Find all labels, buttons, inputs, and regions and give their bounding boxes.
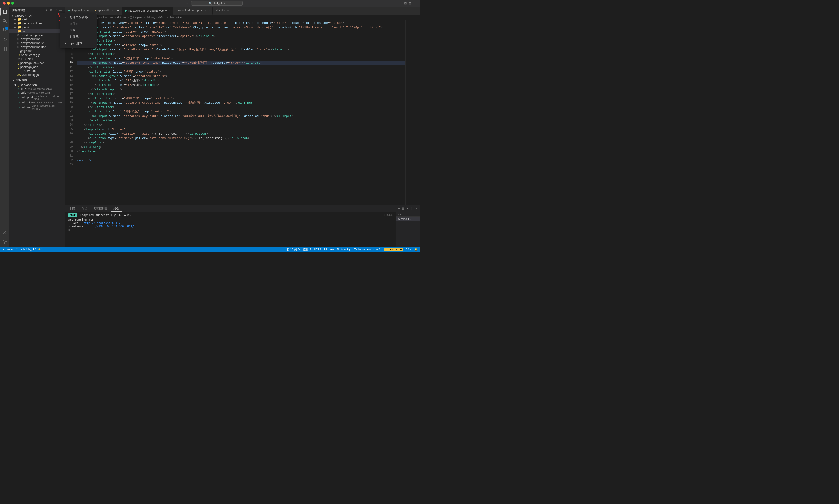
npm-build-script[interactable]: ▷ build vue-cli-service build	[9, 91, 65, 94]
env-prod-file[interactable]: $ .env.production	[9, 37, 65, 41]
license-file[interactable]: ⚖ LICENSE	[9, 57, 65, 61]
notification-icon[interactable]: 🔔	[414, 248, 418, 251]
tab-flagstudio-add[interactable]: flagstudio-add-or-update.vue ✕	[122, 6, 173, 15]
readme-file[interactable]: ℹ README.md	[9, 69, 65, 73]
tagname-item[interactable]: <TagName prop-name />	[353, 248, 381, 251]
svg-marker-5	[4, 38, 6, 41]
code-editor[interactable]: 1 2 3 4 5 6 7 8 9 10 11 12 13 14 15 16 1…	[65, 20, 420, 205]
run-serve-icon: ▷	[18, 88, 20, 91]
line-col-item[interactable]: 行 10, 列 34	[287, 248, 301, 251]
code-content[interactable]: <el-dialog :visible.sync="visible" :titl…	[75, 20, 406, 205]
panel-tab-output[interactable]: 输出	[79, 205, 90, 211]
layout-icon[interactable]: ⊟	[404, 1, 407, 5]
env-prod-uat-file[interactable]: $ .env.production.uat	[9, 45, 65, 49]
version-item[interactable]: 5.0.4	[406, 248, 412, 251]
compiled-line: 16:36:39 DONE Compiled successfully in 1…	[68, 214, 393, 217]
maximize-panel-icon[interactable]: ⬆	[411, 207, 413, 210]
nav-back-button[interactable]: ←	[177, 1, 182, 5]
spaces-item[interactable]: 空格: 2	[303, 248, 311, 251]
breadcrumb-template[interactable]: { } template	[130, 16, 143, 19]
known-issue-item[interactable]: 1 known issue	[384, 248, 403, 251]
minimize-button[interactable]	[7, 2, 10, 5]
panel-actions: + ⊟ ✕ ⬆ ✕	[398, 207, 418, 210]
status-right: 行 10, 列 34 空格: 2 UTF-8 LF vue No tsconfi…	[287, 248, 418, 251]
nav-forward-button[interactable]: →	[184, 1, 189, 5]
code-line-23: </el-form-item>	[76, 118, 406, 123]
encoding-item[interactable]: UTF-8	[314, 248, 321, 251]
babel-config-file[interactable]: ⚙ babel.config.js	[9, 53, 65, 57]
panel-tab-debug[interactable]: 调试控制台	[91, 205, 110, 211]
network-url[interactable]: http://192.168.100.100:8001/	[87, 225, 134, 228]
svg-point-0	[3, 19, 5, 22]
explorer-root[interactable]: ▼ CHATGPT-UI	[9, 14, 65, 17]
cursor-line: ▮	[68, 228, 393, 231]
context-timeline[interactable]: 时间线	[60, 34, 97, 40]
known-issue-badge[interactable]: 1 known issue	[384, 248, 403, 251]
extensions-activity-icon[interactable]	[0, 45, 9, 53]
breadcrumb-el-form[interactable]: el-form	[158, 16, 166, 19]
local-url[interactable]: http://localhost:8001/	[83, 221, 121, 225]
npm-build-sit-script[interactable]: ▷ build:sit vue-cli-service build --mode…	[9, 101, 65, 104]
git-branch-item[interactable]: ⎇ master*	[2, 248, 15, 251]
terminal-zsh-entry[interactable]: $ serve T...	[396, 217, 420, 221]
line-ending-item[interactable]: LF	[324, 248, 327, 251]
vue-config-file[interactable]: JS vue.config.js	[9, 73, 65, 77]
split-icon[interactable]: ⊞	[409, 1, 412, 5]
code-line-9: <el-form-item label="过期时间" prop="tokenTi…	[76, 56, 406, 61]
collapse-button[interactable]: ⋯	[58, 8, 63, 12]
dots-icon[interactable]: ⋯	[413, 1, 417, 5]
language-item[interactable]: vue	[330, 248, 334, 251]
env-prod-sit-file[interactable]: $ .env.production.sit	[9, 41, 65, 45]
dist-folder[interactable]: ▶ 📁 dist	[9, 17, 65, 21]
npm-header[interactable]: ▼ NPM 脚本	[9, 77, 65, 83]
panel-content[interactable]: 16:36:39 DONE Compiled successfully in 1…	[65, 212, 396, 247]
code-line-2: <el-form :model="dataForm" :rules="dataR…	[76, 25, 406, 30]
close-button[interactable]	[3, 2, 5, 5]
refresh-button[interactable]: ↺	[54, 8, 57, 12]
breadcrumb-el-dialog[interactable]: el-dialog	[146, 16, 156, 19]
settings-activity-icon[interactable]	[0, 237, 9, 246]
new-folder-button[interactable]: ⊞	[49, 8, 53, 12]
node-modules-folder[interactable]: ▶ 📁 node_modules	[9, 21, 65, 25]
package-lock-file[interactable]: {} package-lock.json	[9, 61, 65, 65]
tab-aimodel-add[interactable]: aimodel-add-or-update.vue	[173, 6, 213, 15]
sync-item[interactable]: ↻	[16, 248, 18, 251]
npm-build-uat-script[interactable]: ▷ build:uat vue-cli-service build --mode…	[9, 104, 65, 110]
npm-build-prod-script[interactable]: ▷ build:prod vue-cli-service build --mod…	[9, 94, 65, 101]
tab-aimodel[interactable]: aimodel.vue	[213, 6, 234, 15]
close-panel-icon[interactable]: ✕	[415, 207, 418, 210]
add-terminal-icon[interactable]: +	[398, 207, 400, 210]
source-control-activity-icon[interactable]: 1	[0, 26, 9, 35]
npm-package-item[interactable]: ▼ {} package.json	[9, 83, 65, 87]
breadcrumb-el-form-item[interactable]: el-form-item	[169, 16, 182, 19]
run-activity-icon[interactable]	[0, 35, 9, 44]
maximize-button[interactable]	[11, 2, 14, 5]
split-terminal-icon[interactable]: ⊟	[402, 207, 404, 210]
package-json-file[interactable]: {} package.json	[9, 65, 65, 69]
gitignore-file[interactable]: ◦ .gitignore	[9, 49, 65, 53]
timestamp-label: 16:36:39	[381, 214, 393, 217]
no-tsconfig-item[interactable]: No tsconfig	[337, 248, 350, 251]
title-bar-search[interactable]: 🔍 chatgpt-ui	[191, 1, 243, 5]
env-dev-file[interactable]: $ .env.development	[9, 33, 65, 37]
src-folder[interactable]: ▼ 📂 src	[9, 29, 65, 33]
npm-serve-script[interactable]: ▷ serve vue-cli-service serve	[9, 87, 65, 91]
sidebar: 资源管理器 + ⊞ ↺ ⋯ ▼ CHATGPT-UI ▶ 📁 dist ▶ 📁 …	[9, 6, 65, 247]
panel-tab-problems[interactable]: 问题	[67, 205, 78, 211]
public-folder[interactable]: ▶ 📁 public	[9, 25, 65, 29]
search-activity-icon[interactable]	[0, 17, 9, 25]
sync-icon: ↻	[16, 248, 18, 251]
context-outline[interactable]: 大纲	[60, 27, 97, 34]
errors-item[interactable]: ✕ 0 ⚠ 0 △ ℹ 0	[20, 248, 36, 251]
context-open-editors[interactable]: ✓ 打开的编辑器	[60, 14, 97, 20]
explorer-activity-icon[interactable]	[0, 7, 9, 16]
panel-tab-terminal[interactable]: 终端	[111, 205, 122, 212]
close-tab-flagstudio-add[interactable]: ✕	[168, 9, 170, 12]
new-file-button[interactable]: +	[45, 8, 48, 12]
context-npm[interactable]: ✓ npm 脚本	[60, 40, 97, 47]
notsync-item[interactable]: ⚡1	[38, 248, 42, 251]
account-activity-icon[interactable]	[0, 228, 9, 237]
breadcrumb-file[interactable]: flagstudio-add-or-update.vue	[94, 16, 127, 19]
check-npm: ✓	[65, 42, 68, 45]
kill-terminal-icon[interactable]: ✕	[406, 207, 409, 210]
